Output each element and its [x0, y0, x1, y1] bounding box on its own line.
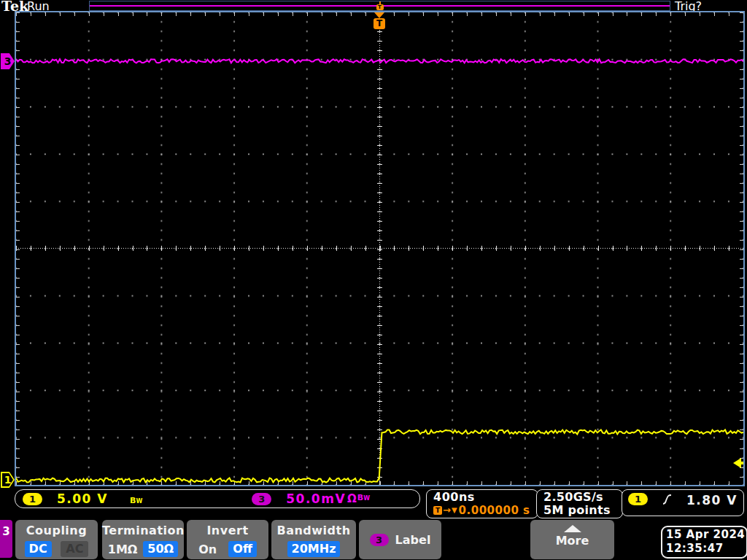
- date-text: 15 Apr 2024: [666, 528, 746, 542]
- more-title: More: [530, 534, 614, 548]
- coupling-title: Coupling: [15, 524, 98, 537]
- acquisition-readout-box: 2.50GS/s 5M points: [536, 489, 623, 518]
- header-bar: Tek Run Trig? T: [0, 0, 747, 12]
- coupling-dc-option[interactable]: DC: [25, 541, 52, 557]
- trigger-level-value: 1.80 V: [686, 493, 738, 508]
- trigger-source-badge: 1: [628, 493, 648, 505]
- channel-readout-box: 1 5.00 V BW 3 50.0mV Ω BW: [15, 489, 420, 508]
- up-arrow-icon: [564, 525, 581, 532]
- bandwidth-title: Bandwidth: [271, 524, 356, 537]
- record-length: 5M points: [543, 504, 622, 517]
- termination-button[interactable]: Termination 1MΩ 50Ω: [102, 520, 184, 559]
- trigger-level-arrow-tail: [740, 462, 743, 464]
- sample-rate: 2.50GS/s: [543, 491, 622, 504]
- channel1-position-marker[interactable]: 1: [1, 472, 15, 488]
- label-button[interactable]: 3 Label: [359, 520, 441, 559]
- graticule: T: [15, 11, 745, 486]
- channel3-bandwidth-limit-icon: BW: [357, 489, 370, 503]
- channel3-menu-tab: 3: [0, 520, 12, 558]
- invert-title: Invert: [187, 524, 268, 537]
- channel1-marker-label: 1: [1, 472, 15, 488]
- readout-row: 1 5.00 V BW 3 50.0mV Ω BW 400ns T → ▼ 0.…: [0, 489, 747, 519]
- bandwidth-20mhz-option[interactable]: 20MHz: [287, 541, 341, 557]
- bw-b: B: [357, 493, 363, 502]
- horizontal-position: T → ▼ 0.000000 s: [433, 504, 538, 517]
- rising-edge-icon: [662, 493, 672, 506]
- coupling-ac-option[interactable]: AC: [61, 541, 88, 557]
- trigger-readout-box: 1 1.80 V: [622, 489, 744, 516]
- trigger-t-icon: T: [433, 506, 442, 515]
- record-view-bar: T: [89, 1, 670, 11]
- time-text: 12:35:47: [666, 542, 746, 556]
- bandwidth-button[interactable]: Bandwidth 20MHz: [271, 520, 356, 559]
- datetime-box: 15 Apr 2024 12:35:47: [661, 526, 747, 559]
- trigger-position-arrow-icon[interactable]: [374, 12, 384, 18]
- channel3-impedance-icon: Ω: [347, 492, 357, 505]
- trigger-level-arrow-icon[interactable]: [732, 458, 743, 468]
- termination-1mohm-option[interactable]: 1MΩ: [108, 542, 138, 556]
- channel3-badge: 3: [252, 493, 271, 505]
- termination-50ohm-option[interactable]: 50Ω: [143, 541, 178, 557]
- label-channel-badge: 3: [370, 534, 389, 546]
- invert-button[interactable]: Invert On Off: [187, 520, 268, 559]
- channel3-position-marker[interactable]: 3: [1, 53, 15, 69]
- bw-w: W: [363, 495, 370, 502]
- arrow-right-icon: →: [443, 504, 451, 517]
- bw-w: W: [136, 498, 142, 505]
- channel3-scale: 50.0mV: [286, 491, 346, 506]
- trigger-position-flag[interactable]: T: [374, 18, 385, 29]
- horizontal-position-value: 0.000000 s: [459, 504, 530, 517]
- coupling-button[interactable]: Coupling DC AC: [15, 520, 98, 559]
- horizontal-scale: 400ns: [433, 491, 538, 504]
- channel1-scale: 5.00 V: [57, 491, 108, 506]
- delay-triangle-icon: ▼: [452, 504, 457, 517]
- waveform-display: [16, 12, 743, 485]
- bottom-menu-bar: 3 Coupling DC AC Termination 1MΩ 50Ω Inv…: [0, 519, 747, 560]
- oscilloscope-screen: { "header": { "logo": "Tek", "acq_status…: [0, 0, 747, 560]
- channel1-badge: 1: [23, 493, 42, 505]
- channel1-bandwidth-limit-icon: BW: [130, 492, 142, 506]
- record-view-trigger-icon: T: [376, 4, 384, 10]
- termination-title: Termination: [102, 524, 184, 537]
- label-title: Label: [395, 533, 431, 547]
- more-button[interactable]: More: [530, 520, 614, 559]
- horizontal-readout-box: 400ns T → ▼ 0.000000 s: [426, 489, 538, 518]
- invert-off-option[interactable]: Off: [228, 541, 257, 557]
- invert-on-option[interactable]: On: [198, 542, 217, 556]
